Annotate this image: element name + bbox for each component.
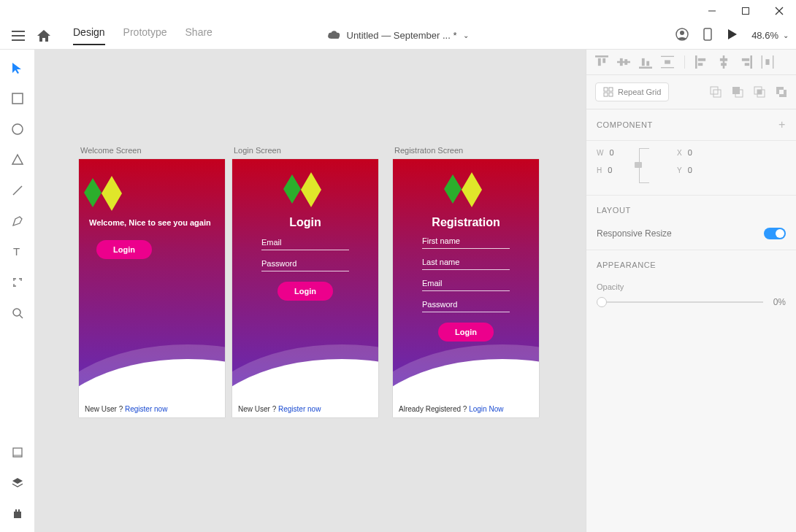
responsive-resize-label: Responsive Resize — [597, 228, 672, 239]
artboard-label-welcome[interactable]: Welcome Screen — [80, 146, 142, 155]
logo-icon — [283, 172, 327, 209]
opacity-slider[interactable] — [597, 301, 763, 303]
x-label: X — [677, 149, 682, 157]
chevron-down-icon: ⌄ — [783, 31, 789, 39]
svg-rect-29 — [646, 61, 649, 66]
distribute-h-icon[interactable] — [761, 55, 774, 69]
properties-panel: Repeat Grid COMPONENT + W0 X0 H0 Y0 LAYO… — [586, 50, 796, 532]
align-bottom-icon[interactable] — [639, 55, 652, 69]
password-field[interactable]: Password — [261, 256, 349, 271]
artboard-register[interactable]: Registration First name Last name Email … — [393, 159, 539, 417]
svg-line-15 — [20, 315, 23, 318]
pen-tool[interactable] — [10, 214, 25, 228]
height-input[interactable]: 0 — [608, 166, 612, 174]
select-tool[interactable] — [10, 61, 25, 75]
distribute-v-icon[interactable] — [661, 55, 674, 69]
svg-rect-45 — [604, 88, 608, 91]
footer-text: New User ? — [238, 405, 278, 413]
layers-panel-icon[interactable] — [10, 476, 25, 490]
layout-section-title: LAYOUT — [597, 206, 786, 215]
window-close-button[interactable] — [762, 0, 796, 22]
y-input[interactable]: 0 — [688, 166, 692, 174]
add-component-icon[interactable]: + — [778, 118, 786, 131]
register-submit-button[interactable]: Login — [438, 323, 494, 342]
zoom-tool[interactable] — [10, 306, 25, 320]
svg-rect-23 — [602, 58, 605, 63]
svg-rect-44 — [765, 59, 769, 65]
svg-rect-51 — [732, 87, 740, 94]
tab-share[interactable]: Share — [185, 26, 213, 45]
transform-section: W0 X0 H0 Y0 — [586, 141, 796, 196]
svg-rect-22 — [598, 58, 601, 66]
last-name-field[interactable]: Last name — [422, 255, 510, 270]
width-label: W — [597, 149, 603, 157]
chevron-down-icon[interactable]: ⌄ — [463, 31, 469, 39]
tab-design[interactable]: Design — [73, 26, 105, 45]
text-tool[interactable]: T — [10, 244, 25, 259]
svg-rect-20 — [18, 509, 20, 512]
svg-rect-18 — [14, 512, 21, 518]
ellipse-tool[interactable] — [10, 122, 25, 136]
boolean-intersect-icon[interactable] — [754, 86, 765, 98]
width-input[interactable]: 0 — [609, 148, 613, 157]
hamburger-menu-icon[interactable] — [7, 31, 29, 41]
logo-icon — [84, 176, 128, 212]
component-section-title: COMPONENT — [597, 120, 653, 129]
window-maximize-button[interactable] — [729, 0, 762, 22]
tab-prototype[interactable]: Prototype — [123, 26, 167, 45]
svg-line-12 — [13, 186, 22, 195]
welcome-message: Welcome, Nice to see you again — [89, 218, 216, 227]
zoom-dropdown[interactable]: 48.6% ⌄ — [751, 30, 789, 41]
email-field[interactable]: Email — [422, 276, 510, 291]
responsive-resize-toggle[interactable] — [764, 228, 786, 239]
canvas-area[interactable]: Welcome Screen Welcome, Nice to see you … — [35, 50, 586, 532]
svg-rect-47 — [604, 93, 608, 96]
first-name-field[interactable]: First name — [422, 234, 510, 249]
opacity-value: 0% — [773, 297, 786, 307]
device-preview-icon[interactable] — [703, 28, 712, 44]
rectangle-tool[interactable] — [10, 91, 25, 106]
boolean-subtract-icon[interactable] — [732, 86, 743, 98]
svg-rect-32 — [665, 60, 670, 63]
x-input[interactable]: 0 — [688, 148, 692, 157]
account-icon[interactable] — [676, 28, 689, 44]
boolean-exclude-icon[interactable] — [776, 86, 787, 98]
repeat-grid-button[interactable]: Repeat Grid — [595, 82, 669, 101]
register-now-link[interactable]: Register now — [125, 405, 167, 413]
line-tool[interactable] — [10, 183, 25, 198]
boolean-union-icon[interactable] — [710, 86, 722, 98]
window-minimize-button[interactable] — [695, 0, 729, 22]
y-label: Y — [677, 166, 682, 174]
document-title[interactable]: Untitled — September ... * — [346, 30, 456, 41]
svg-rect-48 — [609, 93, 613, 96]
align-left-icon[interactable] — [695, 55, 708, 69]
assets-panel-icon[interactable] — [10, 445, 25, 460]
svg-rect-49 — [711, 87, 718, 94]
email-field[interactable]: Email — [261, 235, 349, 250]
register-now-link[interactable]: Register now — [278, 405, 321, 413]
login-title: Login — [241, 216, 370, 229]
artboard-label-register[interactable]: Registraton Screen — [394, 146, 463, 155]
welcome-login-button[interactable]: Login — [96, 240, 152, 259]
polygon-tool[interactable] — [10, 153, 25, 167]
artboard-login[interactable]: Login Email Password Login New User ? Re… — [232, 159, 378, 417]
artboard-tool[interactable] — [10, 275, 25, 290]
align-right-icon[interactable] — [739, 55, 752, 69]
cloud-icon — [327, 30, 340, 41]
svg-rect-10 — [12, 93, 23, 104]
play-preview-icon[interactable] — [727, 29, 737, 42]
login-now-link[interactable]: Login Now — [469, 405, 503, 413]
password-field[interactable]: Password — [422, 297, 510, 312]
align-top-icon[interactable] — [595, 55, 608, 69]
footer-text: New User ? — [85, 405, 125, 413]
home-icon[interactable] — [29, 30, 58, 42]
align-vcenter-icon[interactable] — [617, 55, 630, 69]
artboard-welcome[interactable]: Welcome, Nice to see you again Login New… — [79, 159, 225, 417]
svg-rect-41 — [745, 63, 749, 66]
align-hcenter-icon[interactable] — [717, 55, 730, 69]
opacity-label: Opacity — [597, 282, 786, 291]
login-submit-button[interactable]: Login — [278, 282, 333, 301]
artboard-label-login[interactable]: Login Screen — [234, 146, 281, 155]
plugins-panel-icon[interactable] — [10, 506, 25, 521]
svg-rect-26 — [624, 59, 627, 65]
